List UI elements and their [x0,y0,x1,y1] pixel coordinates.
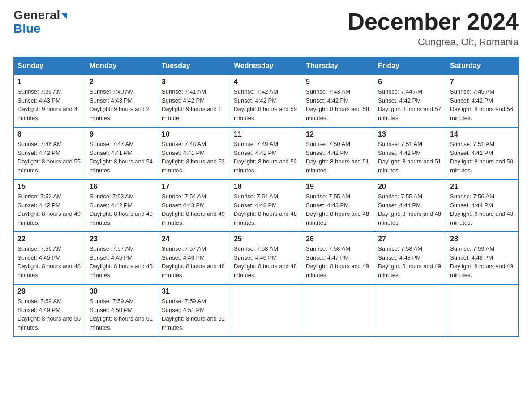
day-info: Sunrise: 7:52 AMSunset: 4:42 PMDaylight:… [17,192,82,227]
day-number: 4 [234,78,298,86]
day-info: Sunrise: 7:59 AMSunset: 4:48 PMDaylight:… [450,244,515,279]
day-number: 29 [17,287,82,295]
calendar-cell [230,284,302,337]
day-info: Sunrise: 7:57 AMSunset: 4:46 PMDaylight:… [162,244,226,279]
calendar-cell: 5Sunrise: 7:43 AMSunset: 4:42 PMDaylight… [302,75,374,127]
week-row-4: 22Sunrise: 7:56 AMSunset: 4:45 PMDayligh… [14,232,519,284]
day-number: 1 [17,78,82,86]
day-info: Sunrise: 7:54 AMSunset: 4:43 PMDaylight:… [234,192,298,227]
day-info: Sunrise: 7:54 AMSunset: 4:43 PMDaylight:… [162,192,226,227]
day-number: 17 [162,183,226,191]
weekday-header-wednesday: Wednesday [230,57,302,75]
day-number: 16 [90,183,154,191]
day-number: 10 [162,130,226,138]
day-info: Sunrise: 7:55 AMSunset: 4:43 PMDaylight:… [306,192,370,227]
day-number: 11 [234,130,298,138]
logo-general-text: General [13,8,60,22]
day-info: Sunrise: 7:45 AMSunset: 4:42 PMDaylight:… [450,87,515,122]
day-info: Sunrise: 7:41 AMSunset: 4:42 PMDaylight:… [162,87,226,122]
week-row-2: 8Sunrise: 7:46 AMSunset: 4:42 PMDaylight… [14,127,519,180]
calendar-cell [302,284,374,337]
calendar-cell: 19Sunrise: 7:55 AMSunset: 4:43 PMDayligh… [302,180,374,232]
day-number: 7 [450,78,515,86]
day-info: Sunrise: 7:47 AMSunset: 4:41 PMDaylight:… [90,140,154,175]
day-info: Sunrise: 7:59 AMSunset: 4:49 PMDaylight:… [17,297,82,332]
weekday-header-monday: Monday [86,57,158,75]
calendar-cell: 3Sunrise: 7:41 AMSunset: 4:42 PMDaylight… [158,75,230,127]
calendar-cell: 30Sunrise: 7:59 AMSunset: 4:50 PMDayligh… [86,284,158,337]
calendar-cell: 26Sunrise: 7:58 AMSunset: 4:47 PMDayligh… [302,232,374,284]
weekday-header-saturday: Saturday [446,57,519,75]
day-number: 14 [450,130,515,138]
logo: General Blue [13,9,67,35]
calendar-cell: 21Sunrise: 7:56 AMSunset: 4:44 PMDayligh… [446,180,519,232]
day-info: Sunrise: 7:56 AMSunset: 4:45 PMDaylight:… [17,244,82,279]
day-info: Sunrise: 7:39 AMSunset: 4:43 PMDaylight:… [17,87,82,122]
day-info: Sunrise: 7:42 AMSunset: 4:42 PMDaylight:… [234,87,298,122]
weekday-header-sunday: Sunday [14,57,86,75]
calendar-cell: 22Sunrise: 7:56 AMSunset: 4:45 PMDayligh… [14,232,86,284]
calendar-cell: 12Sunrise: 7:50 AMSunset: 4:42 PMDayligh… [302,127,374,180]
weekday-header-row: SundayMondayTuesdayWednesdayThursdayFrid… [14,57,519,75]
calendar-cell: 15Sunrise: 7:52 AMSunset: 4:42 PMDayligh… [14,180,86,232]
day-number: 13 [378,130,442,138]
weekday-header-thursday: Thursday [302,57,374,75]
day-number: 3 [162,78,226,86]
day-info: Sunrise: 7:49 AMSunset: 4:41 PMDaylight:… [234,140,298,175]
week-row-5: 29Sunrise: 7:59 AMSunset: 4:49 PMDayligh… [14,284,519,337]
calendar-cell: 20Sunrise: 7:55 AMSunset: 4:44 PMDayligh… [374,180,446,232]
day-info: Sunrise: 7:59 AMSunset: 4:51 PMDaylight:… [162,297,226,332]
day-number: 30 [90,287,154,295]
calendar-cell: 18Sunrise: 7:54 AMSunset: 4:43 PMDayligh… [230,180,302,232]
day-number: 12 [306,130,370,138]
day-number: 26 [306,235,370,243]
day-info: Sunrise: 7:56 AMSunset: 4:44 PMDaylight:… [450,192,515,227]
calendar-cell: 7Sunrise: 7:45 AMSunset: 4:42 PMDaylight… [446,75,519,127]
calendar-cell [446,284,519,337]
day-number: 21 [450,183,515,191]
calendar-cell: 25Sunrise: 7:58 AMSunset: 4:46 PMDayligh… [230,232,302,284]
day-number: 20 [378,183,442,191]
location-subtitle: Cungrea, Olt, Romania [348,36,519,48]
day-number: 23 [90,235,154,243]
calendar-cell: 10Sunrise: 7:48 AMSunset: 4:41 PMDayligh… [158,127,230,180]
week-row-1: 1Sunrise: 7:39 AMSunset: 4:43 PMDaylight… [14,75,519,127]
day-number: 24 [162,235,226,243]
calendar-cell: 29Sunrise: 7:59 AMSunset: 4:49 PMDayligh… [14,284,86,337]
day-info: Sunrise: 7:57 AMSunset: 4:45 PMDaylight:… [90,244,154,279]
day-info: Sunrise: 7:50 AMSunset: 4:42 PMDaylight:… [306,140,370,175]
calendar-cell: 16Sunrise: 7:53 AMSunset: 4:42 PMDayligh… [86,180,158,232]
day-info: Sunrise: 7:55 AMSunset: 4:44 PMDaylight:… [378,192,442,227]
calendar-cell: 4Sunrise: 7:42 AMSunset: 4:42 PMDaylight… [230,75,302,127]
calendar-cell: 2Sunrise: 7:40 AMSunset: 4:43 PMDaylight… [86,75,158,127]
logo-blue-text: Blue [13,22,41,35]
calendar-cell: 6Sunrise: 7:44 AMSunset: 4:42 PMDaylight… [374,75,446,127]
calendar-cell: 31Sunrise: 7:59 AMSunset: 4:51 PMDayligh… [158,284,230,337]
month-title: December 2024 [348,9,519,34]
weekday-header-friday: Friday [374,57,446,75]
day-number: 27 [378,235,442,243]
title-block: December 2024 Cungrea, Olt, Romania [348,9,519,48]
week-row-3: 15Sunrise: 7:52 AMSunset: 4:42 PMDayligh… [14,180,519,232]
day-info: Sunrise: 7:48 AMSunset: 4:41 PMDaylight:… [162,140,226,175]
day-number: 31 [162,287,226,295]
day-info: Sunrise: 7:46 AMSunset: 4:42 PMDaylight:… [17,140,82,175]
calendar-cell [374,284,446,337]
calendar-cell: 27Sunrise: 7:58 AMSunset: 4:48 PMDayligh… [374,232,446,284]
calendar-cell: 28Sunrise: 7:59 AMSunset: 4:48 PMDayligh… [446,232,519,284]
calendar-cell: 11Sunrise: 7:49 AMSunset: 4:41 PMDayligh… [230,127,302,180]
day-number: 6 [378,78,442,86]
day-info: Sunrise: 7:53 AMSunset: 4:42 PMDaylight:… [90,192,154,227]
day-info: Sunrise: 7:43 AMSunset: 4:42 PMDaylight:… [306,87,370,122]
day-info: Sunrise: 7:51 AMSunset: 4:42 PMDaylight:… [378,140,442,175]
logo-general-line: General [13,9,67,21]
calendar-table: SundayMondayTuesdayWednesdayThursdayFrid… [13,57,519,337]
day-number: 25 [234,235,298,243]
day-number: 18 [234,183,298,191]
calendar-cell: 24Sunrise: 7:57 AMSunset: 4:46 PMDayligh… [158,232,230,284]
day-number: 9 [90,130,154,138]
day-number: 8 [17,130,82,138]
calendar-cell: 17Sunrise: 7:54 AMSunset: 4:43 PMDayligh… [158,180,230,232]
day-number: 19 [306,183,370,191]
calendar-cell: 23Sunrise: 7:57 AMSunset: 4:45 PMDayligh… [86,232,158,284]
